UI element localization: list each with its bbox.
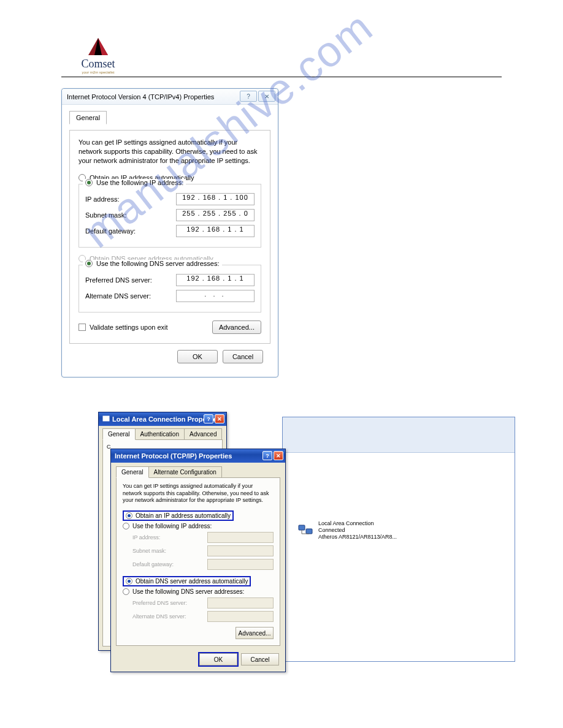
- conn-adapter: Atheros AR8121/AR8113/AR8...: [318, 534, 397, 540]
- radio-auto-dns-highlight[interactable]: Obtain DNS server address automatically: [123, 576, 251, 586]
- pref-dns-label: Preferred DNS server:: [132, 600, 207, 606]
- radio-manual-ip-label: Use the following IP address:: [96, 179, 183, 186]
- subnet-label: Subnet mask:: [85, 211, 176, 219]
- alt-dns-input: [207, 611, 274, 622]
- validate-checkbox[interactable]: Validate settings upon exit: [79, 324, 168, 331]
- gateway-label: Default gateway:: [132, 561, 207, 567]
- alt-dns-label: Alternate DNS server:: [85, 292, 176, 300]
- dialog-title: Internet Protocol Version 4 (TCP/IPv4) P…: [67, 93, 214, 100]
- lac-titlebar[interactable]: Local Area Connection Properties ? ✕: [99, 412, 226, 426]
- radio-auto-dns-label: Obtain DNS server address automatically: [136, 578, 248, 585]
- tcpip-titlebar[interactable]: Internet Protocol (TCP/IP) Properties ? …: [111, 449, 285, 463]
- radio-icon: [126, 578, 132, 585]
- conn-name: Local Area Connection: [318, 520, 397, 527]
- ipv4-properties-dialog: Internet Protocol Version 4 (TCP/IPv4) P…: [61, 88, 278, 377]
- svg-rect-4: [306, 529, 312, 534]
- ip-address-input[interactable]: 192 . 168 . 1 . 100: [176, 193, 255, 205]
- ip-address-label: IP address:: [85, 195, 176, 203]
- checkbox-icon: [79, 324, 86, 331]
- brand-logo: Comset your m2m specialist: [61, 37, 135, 74]
- help-button[interactable]: ?: [240, 91, 257, 102]
- radio-auto-ip-label: Obtain an IP address automatically: [136, 512, 231, 519]
- conn-status: Connected: [318, 527, 397, 534]
- svg-rect-3: [299, 525, 305, 530]
- tab-advanced[interactable]: Advanced: [184, 428, 222, 440]
- header-divider: [61, 77, 502, 77]
- tab-general[interactable]: General: [116, 466, 149, 478]
- ok-button[interactable]: OK: [177, 350, 218, 363]
- close-button[interactable]: ✕: [215, 414, 224, 423]
- tcpip-title: Internet Protocol (TCP/IP) Properties: [115, 452, 232, 460]
- radio-icon: [123, 588, 129, 595]
- dialog-titlebar[interactable]: Internet Protocol Version 4 (TCP/IPv4) P…: [62, 89, 278, 105]
- tab-alt-config[interactable]: Alternate Configuration: [148, 466, 222, 478]
- validate-label: Validate settings upon exit: [90, 324, 168, 331]
- radio-icon: [126, 512, 132, 519]
- radio-manual-dns-label: Use the following DNS server addresses:: [96, 260, 220, 267]
- radio-manual-dns-label: Use the following DNS server addresses:: [132, 588, 244, 595]
- gateway-input[interactable]: 192 . 168 . 1 . 1: [176, 225, 255, 237]
- cancel-button[interactable]: Cancel: [223, 350, 263, 363]
- radio-manual-ip-label: Use the following IP address:: [132, 523, 212, 529]
- info-text: You can get IP settings assigned automat…: [123, 483, 274, 504]
- subnet-label: Subnet mask:: [132, 548, 207, 554]
- alt-dns-label: Alternate DNS server:: [132, 613, 207, 620]
- alt-dns-input[interactable]: . . .: [176, 290, 255, 302]
- explorer-window: Local Area Connection Connected Atheros …: [282, 417, 515, 662]
- ok-button[interactable]: OK: [199, 653, 237, 665]
- pref-dns-input[interactable]: 192 . 168 . 1 . 1: [176, 274, 255, 286]
- advanced-button[interactable]: Advanced...: [212, 320, 261, 334]
- ip-address-label: IP address:: [132, 534, 207, 540]
- tab-authentication[interactable]: Authentication: [135, 428, 185, 440]
- gateway-input: [207, 559, 274, 570]
- radio-manual-dns[interactable]: Use the following DNS server addresses:: [123, 588, 274, 595]
- logo-tagline: your m2m specialist: [82, 70, 114, 74]
- pref-dns-label: Preferred DNS server:: [85, 276, 176, 284]
- radio-icon[interactable]: [85, 179, 93, 186]
- subnet-input[interactable]: 255 . 255 . 255 . 0: [176, 209, 255, 221]
- close-button[interactable]: ✕: [274, 451, 283, 460]
- logo-text: Comset: [81, 58, 115, 70]
- tab-general[interactable]: General: [69, 111, 107, 124]
- cancel-button[interactable]: Cancel: [241, 653, 279, 665]
- svg-rect-5: [103, 416, 109, 421]
- radio-icon[interactable]: [85, 260, 93, 267]
- network-connection-item[interactable]: Local Area Connection Connected Atheros …: [297, 520, 397, 540]
- network-icon: [297, 523, 315, 537]
- tab-general[interactable]: General: [102, 428, 136, 440]
- logo-icon: [86, 37, 110, 56]
- ip-address-input: [207, 532, 274, 543]
- subnet-input: [207, 545, 274, 556]
- help-button[interactable]: ?: [204, 414, 213, 423]
- radio-auto-ip-highlight[interactable]: Obtain an IP address automatically: [123, 510, 234, 521]
- pref-dns-input: [207, 597, 274, 609]
- radio-icon: [123, 523, 129, 529]
- info-text: You can get IP settings assigned automat…: [79, 138, 261, 165]
- gateway-label: Default gateway:: [85, 227, 176, 235]
- advanced-button[interactable]: Advanced...: [236, 627, 274, 639]
- radio-manual-ip[interactable]: Use the following IP address:: [123, 523, 274, 529]
- lac-title-icon: [102, 415, 110, 423]
- close-button[interactable]: ✕: [258, 91, 275, 102]
- help-button[interactable]: ?: [262, 451, 272, 460]
- tcpip-properties-dialog: Internet Protocol (TCP/IP) Properties ? …: [110, 449, 286, 672]
